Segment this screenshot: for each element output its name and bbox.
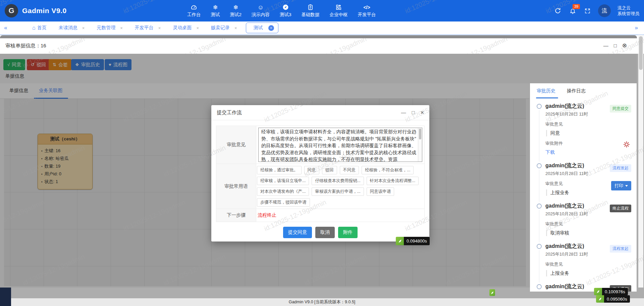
nav-item-basedata[interactable]: 基础数据 bbox=[302, 4, 320, 18]
minimize-icon[interactable]: — bbox=[401, 109, 406, 116]
expand-tabs-icon[interactable]: » bbox=[635, 25, 638, 31]
timeline-dot-icon bbox=[537, 104, 542, 109]
textarea-scrollbar-thumb[interactable] bbox=[419, 129, 421, 139]
tab-metadata[interactable]: 元数管理 × bbox=[97, 25, 123, 31]
tab-home-label: 首页 bbox=[37, 25, 47, 31]
user-avatar[interactable]: 流 bbox=[598, 4, 611, 17]
tab-desktop[interactable]: 灵动桌面 × bbox=[173, 25, 199, 31]
perf-timer-value: 0.094800s bbox=[404, 237, 430, 245]
tab-home[interactable]: ⌂ 首页 bbox=[32, 25, 47, 31]
phrase-chip[interactable]: 仔细核查本次费用报销... bbox=[312, 177, 364, 185]
opinion-textarea[interactable]: 经审核，该项目立项申请材料齐全，内容逻辑清晰。项目背景部分对行业趋势、市场需求的… bbox=[258, 128, 422, 162]
tab-devplatform[interactable]: 开发平台 × bbox=[135, 25, 161, 31]
submit-agree-button[interactable]: 提交同意 bbox=[283, 227, 312, 238]
phrase-chip[interactable]: 对本次申请发布的《产... bbox=[257, 187, 309, 196]
tab-label: 未读消息 bbox=[59, 25, 77, 31]
download-link[interactable]: 下载 bbox=[545, 149, 632, 156]
maximize-icon[interactable]: □ bbox=[412, 109, 415, 116]
phrase-chip[interactable]: 针对本次业务流程调整... bbox=[367, 177, 419, 185]
code-icon: </> bbox=[363, 4, 370, 11]
phrase-chip[interactable]: 不同意 bbox=[340, 166, 359, 174]
top-navbar: G Gadmin V9.0 工作台 ❄ 测试 ❄ 测试2 ☺ 演示内容 测试3 bbox=[0, 0, 644, 21]
nav-item-workbench[interactable]: 工作台 bbox=[187, 4, 201, 18]
tab-label: 开发平台 bbox=[135, 25, 154, 31]
attachment-button[interactable]: 附件 bbox=[338, 227, 358, 238]
opinion-label: 审批意见 bbox=[545, 221, 632, 227]
audit-dialog-title: 审核单据信息：16 bbox=[5, 43, 46, 49]
maximize-icon[interactable]: □ bbox=[614, 42, 617, 49]
leaf-icon bbox=[596, 295, 604, 303]
phrase-chip[interactable]: 同意该申请 bbox=[367, 187, 394, 196]
tab-close-icon[interactable]: × bbox=[268, 25, 274, 31]
tab-label: 灵动桌面 bbox=[173, 25, 192, 31]
opinion-row: 审批意见 经审核，该项目立项申请材料齐全，内容逻辑清晰。项目背景部分对行业趋势、… bbox=[216, 126, 424, 164]
timeline-dot-icon bbox=[537, 244, 542, 249]
textarea-scrollbar[interactable] bbox=[418, 128, 422, 162]
timeline-dot-icon bbox=[537, 284, 542, 289]
close-circle-icon[interactable]: ⊗ bbox=[622, 42, 627, 49]
phrase-chip[interactable]: 驳回 bbox=[322, 166, 337, 174]
timeline: gadmin(流之云) 2025年10月28日 11时 同意提交 审批意见 同意… bbox=[530, 99, 637, 292]
nav-item-test[interactable]: ❄ 测试 bbox=[211, 4, 220, 18]
footer-perf-timer-2: 0.095060s bbox=[596, 295, 630, 303]
phrase-chip[interactable]: 审核该方案执行申请，... bbox=[312, 187, 364, 196]
tab-approval-history[interactable]: 审批历史 bbox=[537, 88, 555, 94]
tab-test-active[interactable]: 测试 × bbox=[246, 23, 278, 33]
cancel-button[interactable]: 取消 bbox=[315, 227, 335, 238]
phrase-chip[interactable]: 经核验，通过审批。 bbox=[257, 166, 302, 174]
app-root: G Gadmin V9.0 工作台 ❄ 测试 ❄ 测试2 ☺ 演示内容 测试3 bbox=[0, 0, 644, 306]
phrase-chip[interactable]: 经核验，不符合标准，... bbox=[362, 166, 414, 174]
attachment-label: 审批附件 bbox=[545, 140, 632, 146]
tab-close-icon[interactable]: × bbox=[196, 26, 199, 31]
modal-controls: — □ × bbox=[401, 109, 424, 116]
opinion-label: 审批意见 bbox=[216, 126, 256, 164]
panel-tab-underline bbox=[536, 97, 558, 98]
minimize-icon[interactable]: — bbox=[603, 42, 608, 49]
tab-close-icon[interactable]: × bbox=[82, 26, 85, 31]
tab-operation-log[interactable]: 操作日志 bbox=[567, 88, 586, 94]
brand[interactable]: G Gadmin V9.0 bbox=[5, 4, 67, 17]
nav-item-demo[interactable]: ☺ 演示内容 bbox=[252, 4, 270, 18]
audit-dialog-header: 审核单据信息：16 — □ ⊗ bbox=[0, 38, 637, 54]
leaf-icon bbox=[396, 237, 404, 245]
user-info[interactable]: 流之云 系统管理员 bbox=[618, 5, 639, 16]
notification-bell-icon[interactable]: 39 bbox=[569, 7, 577, 15]
close-icon[interactable]: × bbox=[420, 109, 424, 116]
tab-close-icon[interactable]: × bbox=[234, 26, 237, 31]
tab-close-icon[interactable]: × bbox=[120, 26, 123, 31]
next-step-label: 下一步骤 bbox=[216, 209, 256, 222]
page-scrollbar[interactable] bbox=[638, 35, 643, 288]
scrollbar-thumb[interactable] bbox=[639, 36, 643, 70]
nav-item-test2[interactable]: ❄ 测试2 bbox=[230, 4, 242, 18]
tab-close-icon[interactable]: × bbox=[158, 26, 161, 31]
opinion-cell: 经审核，该项目立项申请材料齐全，内容逻辑清晰。项目背景部分对行业趋势、市场需求的… bbox=[256, 126, 424, 164]
audit-dialog-controls: — □ ⊗ bbox=[603, 42, 627, 49]
print-button[interactable]: 打印 bbox=[611, 181, 631, 190]
history-panel-tabs: 审批历史 操作日志 bbox=[530, 83, 637, 99]
fullscreen-icon[interactable] bbox=[583, 7, 591, 15]
tab-unread-messages[interactable]: 未读消息 × bbox=[59, 25, 85, 31]
timeline-entry: gadmin(流之云) 2025年10月28日 11时 流程发起 审批意见 上报… bbox=[537, 243, 632, 276]
refresh-icon[interactable] bbox=[554, 7, 562, 15]
phrases-row: 审批常用语 经核验，通过审批。 同意 驳回 不同意 经核验，不符合标准，... … bbox=[216, 164, 424, 209]
phrases-label: 审批常用语 bbox=[216, 164, 256, 209]
next-step-row: 下一步骤 流程终止 bbox=[216, 209, 424, 222]
nav-item-devplatform[interactable]: </> 开发平台 bbox=[358, 4, 376, 18]
gear-icon[interactable] bbox=[623, 141, 630, 149]
timeline-entry: gadmin(流之云) 2025年10月28日 11时 流程发起 审批意见 上报… bbox=[537, 162, 632, 196]
nav-item-test3[interactable]: 测试3 bbox=[280, 4, 291, 18]
phrase-chip[interactable]: 经审核，该项目立项申... bbox=[257, 177, 309, 185]
nav-item-enterprise[interactable]: 企业中枢 bbox=[330, 4, 348, 18]
phrase-chip[interactable]: 步骤不规范，驳回该申请 bbox=[257, 198, 310, 207]
leaf-icon bbox=[489, 289, 495, 296]
timeline-dot-icon bbox=[537, 163, 542, 168]
tab-sales-record[interactable]: 贩卖记录 × bbox=[211, 25, 237, 31]
notification-count-badge: 39 bbox=[573, 4, 580, 9]
dialog-window-edge bbox=[0, 35, 637, 38]
phrase-chip[interactable]: 同意 bbox=[304, 166, 319, 174]
tab-label: 贩卖记录 bbox=[211, 25, 230, 31]
tab-label: 测试 bbox=[254, 25, 263, 31]
phrase-chips: 经核验，通过审批。 同意 驳回 不同意 经核验，不符合标准，... 经审核，该项… bbox=[256, 164, 424, 209]
smiley-icon: ☺ bbox=[258, 4, 264, 11]
collapse-tabs-icon[interactable]: « bbox=[0, 25, 11, 31]
